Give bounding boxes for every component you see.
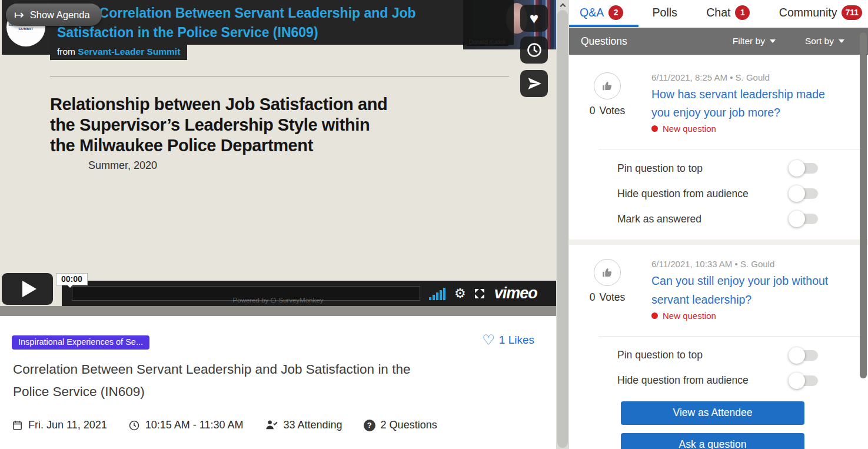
- channel-link[interactable]: Servant-Leader Summit: [78, 46, 180, 56]
- question-status-label: New question: [663, 311, 716, 321]
- toggle-knob: [789, 372, 805, 389]
- pin-question-row: Pin question to top: [617, 162, 820, 175]
- vote-count: 0 Votes: [590, 105, 626, 117]
- pin-question-toggle[interactable]: [791, 350, 818, 361]
- agenda-arrow-icon: ↦: [14, 9, 24, 21]
- play-icon: [22, 281, 36, 297]
- share-button[interactable]: [520, 70, 548, 97]
- pin-question-toggle[interactable]: [791, 163, 818, 174]
- surveymonkey-icon: [271, 298, 276, 303]
- active-tab-underline: [569, 25, 638, 27]
- player-bottom-strip: [0, 306, 556, 316]
- powered-by: Powered bySurveyMonkey: [0, 297, 556, 304]
- watch-later-button[interactable]: [520, 36, 548, 64]
- question-divider: [598, 336, 863, 337]
- scrollbar-thumb[interactable]: [557, 10, 568, 448]
- like-video-button[interactable]: ♥: [520, 5, 548, 32]
- vote-number: 0: [590, 291, 596, 304]
- tab-qa-label: Q&A: [580, 6, 604, 19]
- slide-title: Relationship between Job Satisfaction an…: [50, 94, 462, 155]
- session-time: 10:15 AM - 11:30 AM: [128, 419, 244, 431]
- mark-answered-label: Mark as answered: [617, 213, 701, 225]
- scroll-up-button[interactable]: [556, 0, 569, 10]
- vote-count: 0 Votes: [590, 291, 626, 304]
- question-item: 0 Votes 6/11/2021, 8:25 AM • S. Gould Ho…: [569, 55, 868, 134]
- session-attending-text: 33 Attending: [284, 419, 342, 431]
- vote-label: Votes: [599, 105, 625, 117]
- new-dot-icon: [651, 125, 658, 132]
- upvote-button[interactable]: [594, 259, 621, 286]
- question-meta: 6/11/2021, 10:33 AM • S. Gould: [651, 259, 852, 269]
- vote-column: 0 Votes: [587, 259, 628, 320]
- question-meta: 6/11/2021, 8:25 AM • S. Gould: [651, 72, 852, 82]
- chevron-up-icon: [560, 4, 566, 9]
- tab-chat-label: Chat: [706, 6, 730, 19]
- toggle-knob: [789, 160, 805, 177]
- panel-scrollbar-thumb[interactable]: [860, 32, 867, 378]
- filter-by-dropdown[interactable]: Filter by: [733, 36, 776, 46]
- tab-community[interactable]: Community 711: [779, 5, 862, 20]
- tab-polls[interactable]: Polls: [653, 6, 677, 19]
- hide-question-toggle[interactable]: [791, 375, 818, 386]
- engagement-panel: Q&A 2 Polls Chat 1 Community 711 Questio…: [569, 0, 868, 449]
- pin-question-row: Pin question to top: [617, 349, 820, 362]
- caret-down-icon: [770, 39, 776, 46]
- ask-a-question-button[interactable]: Ask a question: [621, 433, 804, 449]
- new-dot-icon: [651, 312, 658, 319]
- question-status: New question: [651, 311, 852, 321]
- vote-number: 0: [590, 105, 596, 117]
- question-item: 0 Votes 6/11/2021, 10:33 AM • S. Gould C…: [569, 245, 868, 320]
- session-date: Fri. Jun 11, 2021: [12, 419, 107, 431]
- sort-by-dropdown[interactable]: Sort by: [805, 36, 844, 46]
- questions-header-bar: Questions Filter by Sort by: [569, 28, 868, 55]
- attendee-icon: [265, 418, 278, 432]
- powered-by-brand: SurveyMonkey: [278, 297, 323, 304]
- chat-count-badge: 1: [735, 5, 750, 20]
- toggle-knob: [789, 211, 805, 227]
- hide-question-label: Hide question from audience: [617, 374, 749, 387]
- toggle-knob: [789, 347, 805, 364]
- tab-community-label: Community: [779, 6, 837, 19]
- panel-actions: View as Attendee Ask a question: [569, 401, 868, 449]
- question-body: 6/11/2021, 10:33 AM • S. Gould Can you s…: [628, 259, 852, 320]
- session-attending: 33 Attending: [265, 418, 342, 432]
- question-circle-icon: ?: [364, 420, 375, 431]
- paper-plane-icon: [527, 76, 542, 91]
- mark-answered-row: Mark as answered: [617, 212, 820, 225]
- section-separator: [569, 240, 868, 245]
- video-byline: from Servant-Leader Summit: [50, 45, 187, 60]
- time-tooltip: 00:00: [56, 273, 88, 285]
- pin-question-label: Pin question to top: [617, 162, 703, 175]
- tab-chat[interactable]: Chat 1: [706, 5, 750, 20]
- toggle-knob: [789, 185, 805, 202]
- session-date-text: Fri. Jun 11, 2021: [28, 419, 107, 431]
- view-as-attendee-button[interactable]: View as Attendee: [621, 401, 804, 425]
- panel-tabs: Q&A 2 Polls Chat 1 Community 711: [569, 0, 868, 25]
- caret-down-icon: [839, 39, 844, 46]
- pin-question-label: Pin question to top: [617, 349, 703, 361]
- tab-qa[interactable]: Q&A 2: [580, 5, 623, 20]
- upvote-button[interactable]: [594, 72, 621, 99]
- question-text[interactable]: How has servant leadership made you enjo…: [651, 85, 852, 122]
- heart-icon: ♥: [530, 11, 538, 26]
- vote-column: 0 Votes: [587, 72, 628, 134]
- session-questions: ? 2 Questions: [364, 419, 437, 431]
- slide-divider: [50, 76, 509, 77]
- likes-count: 1 Likes: [499, 334, 534, 347]
- sort-by-label: Sort by: [805, 36, 834, 46]
- question-body: 6/11/2021, 8:25 AM • S. Gould How has se…: [628, 72, 852, 134]
- from-label: from: [57, 46, 75, 56]
- question-text[interactable]: Can you still enjoy your job without ser…: [651, 272, 852, 308]
- page-scrollbar[interactable]: [556, 0, 569, 449]
- video-title-bar: ISLS - Correlation Between Servant Leade…: [50, 0, 514, 45]
- moderation-toggles: Pin question to top Hide question from a…: [569, 162, 868, 225]
- hide-question-row: Hide question from audience: [617, 374, 820, 387]
- session-title: Correlation Between Servant Leadership a…: [13, 358, 410, 404]
- mark-answered-toggle[interactable]: [791, 214, 818, 224]
- hide-question-toggle[interactable]: [791, 188, 818, 199]
- show-agenda-button[interactable]: ↦ Show Agenda: [6, 4, 102, 26]
- likes-button[interactable]: ♡ 1 Likes: [482, 333, 534, 347]
- video-player[interactable]: Relationship between Job Satisfaction an…: [0, 0, 556, 316]
- questions-list: 0 Votes 6/11/2021, 8:25 AM • S. Gould Ho…: [569, 55, 868, 449]
- video-title[interactable]: ISLS - Correlation Between Servant Leade…: [57, 4, 507, 42]
